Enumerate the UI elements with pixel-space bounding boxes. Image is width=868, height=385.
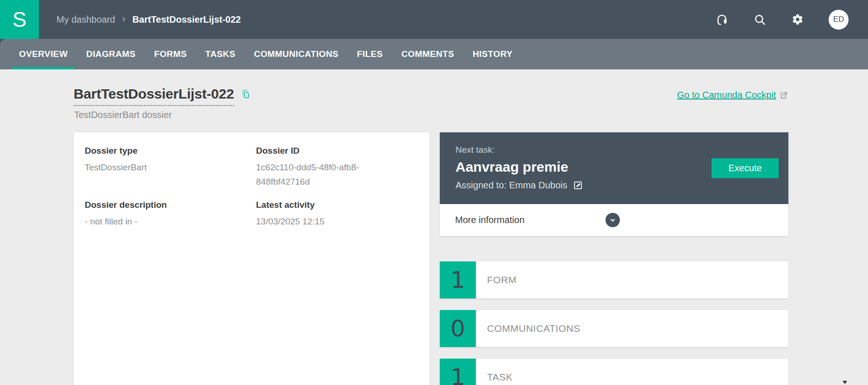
- camunda-cockpit-link[interactable]: Go to Camunda Cockpit: [677, 90, 788, 100]
- breadcrumb-current-dossier: BartTestDossierLijst-022: [132, 14, 241, 25]
- counter-label: COMMUNICATIONS: [476, 310, 580, 347]
- more-information-label: More information: [455, 215, 525, 225]
- tab-overview[interactable]: OVERVIEW: [18, 39, 69, 69]
- breadcrumb-separator-icon: ›: [122, 14, 125, 25]
- field-label: Dossier ID: [256, 146, 418, 156]
- tab-forms[interactable]: FORMS: [153, 39, 188, 69]
- field-value: 13/03/2025 12:15: [256, 214, 395, 229]
- edit-assignee-icon[interactable]: [573, 180, 583, 190]
- counter-row-task[interactable]: 1 TASK: [440, 359, 788, 385]
- field-label: Dossier description: [85, 200, 256, 210]
- tab-comments[interactable]: COMMENTS: [400, 39, 455, 69]
- assigned-to-row: Assigned to: Emma Dubois: [456, 180, 773, 191]
- next-task-card: Next task: Aanvraag premie Assigned to: …: [440, 132, 788, 236]
- field-value: TestDossierBart: [85, 160, 224, 174]
- tab-files[interactable]: FILES: [356, 39, 384, 69]
- counter-badge: 0: [440, 310, 476, 347]
- copy-dossier-name-icon[interactable]: [241, 89, 250, 99]
- external-link-icon: [780, 91, 788, 99]
- dossier-details-card: Dossier type TestDossierBart Dossier ID …: [74, 132, 430, 385]
- tab-diagrams[interactable]: DIAGRAMS: [85, 39, 137, 69]
- more-information-section: More information: [440, 204, 788, 236]
- app-root: S My dashboard › BartTestDossierLijst-02…: [0, 0, 868, 385]
- gear-settings-icon[interactable]: [791, 12, 805, 26]
- field-label: Latest activity: [256, 200, 418, 210]
- counter-label: FORM: [476, 261, 517, 298]
- breadcrumb: My dashboard › BartTestDossierLijst-022: [56, 14, 241, 25]
- app-logo-letter: S: [12, 7, 27, 32]
- counter-label: TASK: [476, 359, 512, 385]
- top-header-bar: S My dashboard › BartTestDossierLijst-02…: [0, 0, 868, 39]
- page-title-row: BartTestDossierLijst-022 Go to Camunda C…: [74, 86, 788, 106]
- field-latest-activity: Latest activity 13/03/2025 12:15: [256, 200, 418, 229]
- field-value: 1c62c110-ddd5-48f0-afb8-848fbf42716d: [256, 160, 395, 189]
- tab-history[interactable]: HISTORY: [472, 39, 513, 69]
- assigned-to-text: Assigned to: Emma Dubois: [456, 180, 567, 191]
- page-title-wrap: BartTestDossierLijst-022: [74, 86, 250, 106]
- expand-more-information-button[interactable]: [606, 213, 620, 227]
- counter-badge: 1: [440, 261, 476, 298]
- user-avatar-initials: ED: [833, 15, 844, 24]
- dossier-fields-grid: Dossier type TestDossierBart Dossier ID …: [85, 146, 418, 229]
- tab-tasks[interactable]: TASKS: [205, 39, 237, 69]
- breadcrumb-dashboard-link[interactable]: My dashboard: [56, 14, 115, 25]
- dossier-tab-bar: OVERVIEW DIAGRAMS FORMS TASKS COMMUNICAT…: [0, 39, 868, 69]
- search-icon[interactable]: [753, 12, 767, 26]
- field-dossier-id: Dossier ID 1c62c110-ddd5-48f0-afb8-848fb…: [256, 146, 418, 189]
- field-value: - not filled in -: [85, 214, 224, 229]
- counter-badge: 1: [440, 359, 476, 385]
- dossier-counters-list: 1 FORM 0 COMMUNICATIONS 1 TASK: [440, 261, 788, 385]
- execute-task-button[interactable]: Execute: [712, 158, 779, 178]
- chevron-down-icon: [609, 216, 617, 224]
- next-task-header: Next task: Aanvraag premie Assigned to: …: [440, 132, 788, 204]
- scroll-down-indicator-icon[interactable]: [843, 381, 847, 384]
- field-dossier-description: Dossier description - not filled in -: [85, 200, 256, 229]
- next-task-label: Next task:: [456, 145, 773, 155]
- field-label: Dossier type: [85, 146, 256, 156]
- tab-communications[interactable]: COMMUNICATIONS: [253, 39, 340, 69]
- camunda-cockpit-link-text: Go to Camunda Cockpit: [677, 90, 776, 100]
- app-logo[interactable]: S: [0, 0, 39, 39]
- dossier-subtitle: TestDossierBart dossier: [74, 110, 172, 120]
- support-headset-icon[interactable]: [715, 12, 729, 26]
- counter-row-form[interactable]: 1 FORM: [440, 261, 788, 298]
- user-avatar[interactable]: ED: [829, 10, 849, 30]
- field-dossier-type: Dossier type TestDossierBart: [85, 146, 256, 189]
- page-title: BartTestDossierLijst-022: [74, 86, 234, 106]
- counter-row-communications[interactable]: 0 COMMUNICATIONS: [440, 310, 788, 347]
- header-actions: ED: [715, 0, 849, 39]
